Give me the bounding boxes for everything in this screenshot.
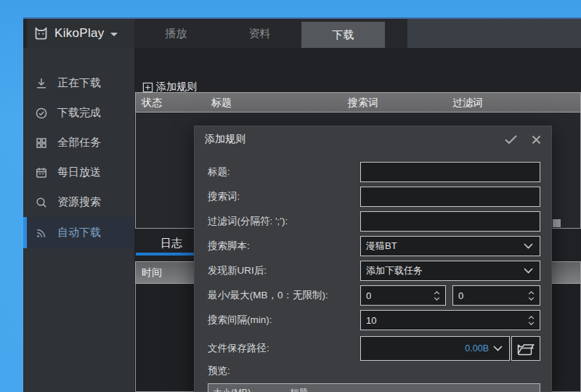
script-field-label: 搜索脚本:: [208, 236, 250, 256]
app-menu-button[interactable]: KikoPlay: [23, 19, 134, 48]
chevron-down-icon: [528, 322, 535, 325]
kikoplay-logo-icon: [33, 26, 49, 41]
chevron-up-icon: [434, 291, 440, 295]
check-icon: [504, 134, 518, 144]
preview-table-header: 大小(MB) 标题: [208, 384, 540, 392]
sidebar-item-daily-broadcast[interactable]: 每日放送: [27, 158, 134, 187]
stepper-arrows[interactable]: [434, 291, 440, 301]
chevron-up-icon: [528, 291, 535, 295]
column-title[interactable]: 标题: [211, 97, 232, 110]
rss-icon: [35, 226, 48, 240]
sidebar-item-all-tasks[interactable]: 全部任务: [27, 128, 134, 158]
tab-play[interactable]: 播放: [134, 19, 218, 48]
chevron-down-icon: [528, 297, 535, 301]
interval-stepper[interactable]: 10: [360, 310, 540, 330]
plus-box-icon: [142, 82, 153, 93]
new-uri-field-label: 发现新URI后:: [208, 261, 267, 281]
stepper-arrows[interactable]: [528, 291, 535, 301]
browse-folder-button[interactable]: [511, 336, 540, 361]
chevron-down-icon: [524, 243, 533, 249]
path-size-text: 0.00B: [465, 343, 489, 354]
download-icon: [35, 77, 48, 90]
search-icon: [35, 196, 48, 209]
chevron-up-icon: [528, 316, 535, 319]
chevron-down-icon: [524, 268, 533, 274]
max-size-stepper[interactable]: 0: [452, 285, 540, 306]
tab-library[interactable]: 资料: [218, 19, 301, 48]
save-path-select[interactable]: 0.00B: [360, 336, 510, 361]
preview-column-title: 标题: [290, 387, 308, 392]
app-window: KikoPlay 播放 资料 下载 正在下载: [23, 17, 581, 392]
tab-download[interactable]: 下载: [301, 22, 385, 48]
sidebar-item-completed[interactable]: 下载完成: [27, 98, 134, 128]
desktop: KikoPlay 播放 资料 下载 正在下载: [0, 0, 581, 392]
close-icon: [532, 135, 541, 144]
filter-word-field-label: 过滤词(分隔符: ';'):: [208, 211, 288, 232]
column-filter-word[interactable]: 过滤词: [452, 97, 483, 110]
minmax-field-label: 最小/最大(MB，0：无限制):: [208, 285, 328, 306]
sidebar-item-resource-search[interactable]: 资源搜索: [27, 187, 134, 217]
folder-icon: [517, 342, 535, 356]
chevron-down-icon: [434, 297, 440, 301]
new-uri-select[interactable]: 添加下载任务: [360, 261, 540, 281]
min-size-stepper[interactable]: 0: [360, 285, 446, 306]
sidebar-item-auto-download[interactable]: 自动下载: [27, 217, 134, 248]
title-input[interactable]: [360, 162, 540, 182]
stepper-arrows[interactable]: [528, 316, 535, 325]
interval-field-label: 搜索间隔(min):: [208, 310, 272, 330]
column-time[interactable]: 时间: [142, 266, 162, 279]
app-title: KikoPlay: [54, 26, 105, 41]
preview-column-size: 大小(MB): [213, 387, 251, 392]
filter-word-input[interactable]: [360, 211, 540, 232]
preview-label: 预览:: [208, 364, 230, 378]
sidebar: 正在下载 下载完成 全部任务: [23, 48, 134, 392]
check-circle-icon: [35, 107, 48, 120]
title-field-label: 标题:: [208, 162, 230, 182]
close-button[interactable]: [528, 133, 544, 146]
path-field-label: 文件保存路径:: [208, 338, 269, 359]
sidebar-item-downloading[interactable]: 正在下载: [27, 68, 134, 98]
scrollbar-corner[interactable]: [553, 219, 561, 227]
main-tab-bar: 播放 资料 下载: [134, 19, 407, 48]
dialog-title: 添加规则: [205, 133, 245, 146]
search-word-input[interactable]: [360, 187, 540, 207]
grid-icon: [35, 136, 48, 150]
chevron-down-icon: [493, 346, 503, 351]
rules-table-header: 状态 标题 搜索词 过滤词: [135, 92, 581, 113]
column-status[interactable]: 状态: [142, 97, 162, 110]
calendar-icon: [35, 166, 48, 179]
column-search-word[interactable]: 搜索词: [348, 97, 378, 110]
script-select[interactable]: 漫猫BT: [360, 236, 540, 256]
add-rule-dialog: 添加规则 标题: 搜索词: 过滤词(分隔符: ';'): 搜索脚本:: [194, 126, 552, 392]
sidebar-selection-indicator: [23, 217, 27, 248]
confirm-button[interactable]: [503, 133, 519, 146]
preview-table[interactable]: 大小(MB) 标题: [208, 383, 540, 392]
chevron-down-icon: [110, 33, 118, 36]
search-word-field-label: 搜索词:: [208, 187, 240, 207]
